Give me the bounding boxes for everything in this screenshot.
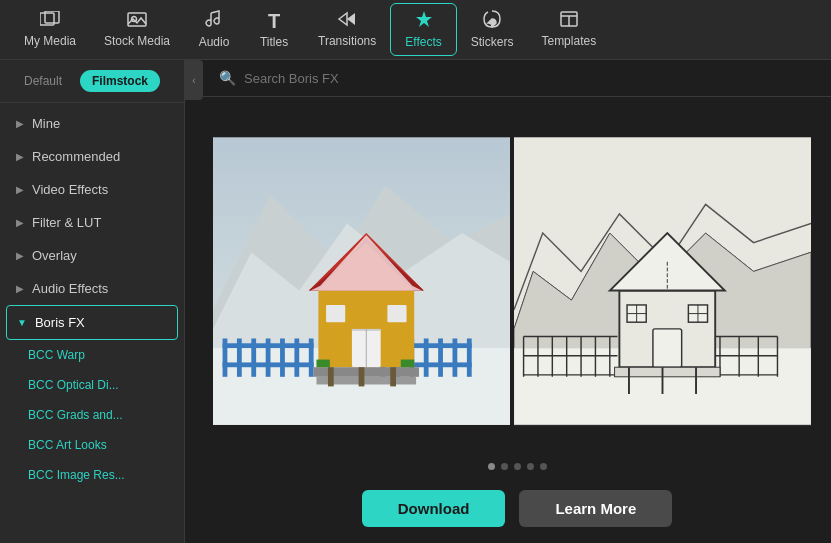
- sidebar: Default Filmstock ▶ Mine ▶ Recommended ▶…: [0, 60, 185, 543]
- templates-icon: [560, 11, 578, 30]
- svg-rect-43: [359, 367, 365, 386]
- sidebar-item-audio-effects[interactable]: ▶ Audio Effects: [0, 272, 184, 305]
- svg-rect-20: [223, 362, 314, 367]
- nav-stickers[interactable]: Stickers: [457, 4, 528, 55]
- svg-rect-77: [615, 367, 720, 377]
- main-layout: Default Filmstock ▶ Mine ▶ Recommended ▶…: [0, 60, 831, 543]
- chevron-recommended-icon: ▶: [16, 151, 24, 162]
- sidebar-subitem-bcc-art-looks[interactable]: BCC Art Looks: [0, 430, 184, 460]
- svg-marker-4: [416, 11, 432, 27]
- transitions-icon: [337, 11, 357, 30]
- dot-2[interactable]: [501, 463, 508, 470]
- nav-audio-label: Audio: [199, 35, 230, 49]
- bw-preview: [514, 126, 811, 436]
- color-preview: [213, 126, 510, 436]
- svg-rect-70: [653, 329, 682, 367]
- chevron-mine-icon: ▶: [16, 118, 24, 129]
- dot-3[interactable]: [514, 463, 521, 470]
- effects-icon: [414, 10, 434, 31]
- svg-rect-44: [316, 360, 329, 368]
- nav-titles-label: Titles: [260, 35, 288, 49]
- color-house-svg: [213, 126, 510, 436]
- sidebar-item-mine[interactable]: ▶ Mine: [0, 107, 184, 140]
- sidebar-subitem-bcc-image-res[interactable]: BCC Image Res...: [0, 460, 184, 490]
- chevron-audio-effects-icon: ▶: [16, 283, 24, 294]
- svg-rect-19: [223, 343, 314, 348]
- stickers-icon: [483, 10, 501, 31]
- learn-more-button[interactable]: Learn More: [519, 490, 672, 527]
- svg-rect-41: [328, 367, 334, 386]
- chevron-overlay-icon: ▶: [16, 250, 24, 261]
- tab-default[interactable]: Default: [12, 70, 74, 92]
- svg-rect-45: [401, 360, 414, 368]
- dot-1[interactable]: [488, 463, 495, 470]
- nav-my-media[interactable]: My Media: [10, 5, 90, 54]
- download-button[interactable]: Download: [362, 490, 506, 527]
- image-preview-area: [203, 97, 831, 455]
- sidebar-items: ▶ Mine ▶ Recommended ▶ Video Effects ▶ F…: [0, 103, 184, 543]
- sidebar-item-boris-fx[interactable]: ▼ Boris FX: [6, 305, 178, 340]
- sidebar-item-filter-lut[interactable]: ▶ Filter & LUT: [0, 206, 184, 239]
- dot-5[interactable]: [540, 463, 547, 470]
- svg-rect-36: [387, 305, 406, 322]
- my-media-icon: [40, 11, 60, 30]
- titles-icon: T: [268, 11, 280, 31]
- action-bar: Download Learn More: [203, 478, 831, 543]
- chevron-video-effects-icon: ▶: [16, 184, 24, 195]
- nav-audio[interactable]: Audio: [184, 4, 244, 55]
- search-bar: 🔍: [203, 60, 831, 97]
- nav-titles[interactable]: T Titles: [244, 5, 304, 55]
- nav-transitions[interactable]: Transitions: [304, 5, 390, 54]
- audio-icon: [205, 10, 223, 31]
- chevron-filter-lut-icon: ▶: [16, 217, 24, 228]
- nav-effects[interactable]: Effects: [390, 3, 456, 56]
- nav-effects-label: Effects: [405, 35, 441, 49]
- nav-templates-label: Templates: [541, 34, 596, 48]
- sidebar-subitem-bcc-warp[interactable]: BCC Warp: [0, 340, 184, 370]
- sidebar-collapse-button[interactable]: ‹: [185, 60, 203, 100]
- sidebar-subitem-bcc-optical[interactable]: BCC Optical Di...: [0, 370, 184, 400]
- nav-stock-media[interactable]: Stock Media: [90, 5, 184, 54]
- svg-rect-42: [390, 367, 396, 386]
- search-icon: 🔍: [219, 70, 236, 86]
- tab-filmstock[interactable]: Filmstock: [80, 70, 160, 92]
- nav-transitions-label: Transitions: [318, 34, 376, 48]
- sidebar-item-recommended[interactable]: ▶ Recommended: [0, 140, 184, 173]
- top-nav: My Media Stock Media Audio T Titles: [0, 0, 831, 60]
- sidebar-subitem-bcc-grads[interactable]: BCC Grads and...: [0, 400, 184, 430]
- sidebar-item-overlay[interactable]: ▶ Overlay: [0, 239, 184, 272]
- chevron-boris-fx-icon: ▼: [17, 317, 27, 328]
- nav-stock-media-label: Stock Media: [104, 34, 170, 48]
- nav-my-media-label: My Media: [24, 34, 76, 48]
- nav-templates[interactable]: Templates: [527, 5, 610, 54]
- dot-4[interactable]: [527, 463, 534, 470]
- bw-house-svg: [514, 126, 811, 436]
- nav-stickers-label: Stickers: [471, 35, 514, 49]
- search-input[interactable]: [244, 71, 815, 86]
- stock-media-icon: [127, 11, 147, 30]
- sidebar-item-video-effects[interactable]: ▶ Video Effects: [0, 173, 184, 206]
- svg-rect-35: [326, 305, 345, 322]
- content-area: 🔍: [203, 60, 831, 543]
- sidebar-tabs: Default Filmstock: [0, 60, 184, 103]
- dot-navigation: [203, 455, 831, 478]
